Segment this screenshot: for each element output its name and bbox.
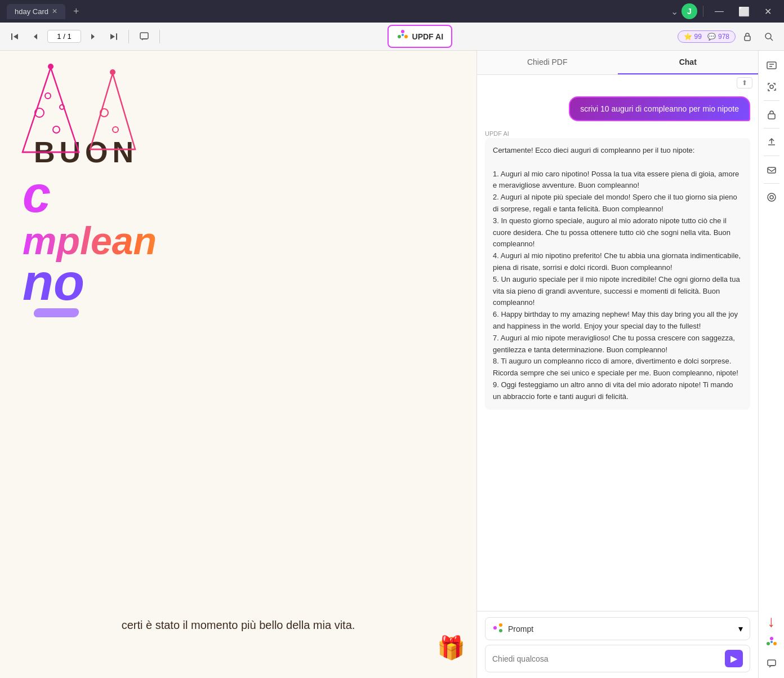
page-display	[47, 30, 81, 43]
titlebar-left: hday Card ✕ +	[7, 4, 79, 19]
svg-rect-7	[745, 36, 750, 41]
svg-point-13	[53, 126, 60, 133]
tab-chiedi-pdf[interactable]: Chiedi PDF	[477, 51, 618, 74]
svg-point-6	[402, 34, 404, 36]
svg-rect-2	[140, 33, 148, 39]
svg-rect-25	[767, 62, 776, 69]
compleanno-wrap: c mplean no	[23, 169, 454, 303]
scroll-controls: ⬆	[477, 75, 758, 91]
svg-point-31	[768, 193, 776, 201]
svg-point-35	[767, 642, 770, 645]
sidebar-chat-icon[interactable]	[761, 653, 782, 673]
sidebar-email-icon[interactable]	[761, 159, 782, 180]
svg-rect-29	[768, 114, 775, 119]
user-message-wrap: scrivi 10 auguri di compleanno per mio n…	[485, 96, 750, 121]
send-button[interactable]: ▶	[725, 650, 743, 667]
sidebar-divider-1	[764, 100, 779, 101]
next-page-btn[interactable]	[84, 30, 101, 43]
svg-point-34	[773, 642, 777, 645]
close-btn[interactable]: ✕	[759, 4, 777, 19]
maximize-btn[interactable]: ⬜	[733, 4, 755, 19]
svg-point-8	[765, 33, 771, 39]
scroll-up-btn[interactable]: ⬆	[737, 77, 752, 88]
svg-rect-0	[11, 33, 12, 40]
svg-line-9	[770, 38, 773, 41]
chat-input[interactable]	[492, 654, 720, 663]
prompt-area: Prompt ▾ ▶	[477, 611, 758, 678]
prompt-select-dropdown[interactable]: Prompt ▾	[485, 617, 750, 640]
comment-btn[interactable]	[135, 29, 154, 44]
sidebar-ai-icon[interactable]	[761, 632, 782, 652]
titlebar-divider	[703, 6, 703, 17]
svg-marker-17	[90, 73, 135, 149]
titlebar: hday Card ✕ + ⌄ J — ⬜ ✕	[0, 0, 784, 23]
lock-btn[interactable]	[738, 29, 757, 44]
prev-page-btn[interactable]	[27, 30, 44, 43]
svg-rect-30	[768, 167, 776, 173]
pdf-viewer: BUON c mplean no certi è stato il moment…	[0, 51, 476, 678]
ribbon-1	[33, 308, 80, 317]
dropdown-arrow-icon: ▾	[738, 623, 743, 634]
last-page-btn[interactable]	[105, 30, 123, 43]
party-hats	[17, 62, 152, 177]
updf-ai-label: UPDF AI	[412, 32, 443, 41]
gift-box: 🎁	[437, 635, 465, 661]
page-input[interactable]	[47, 30, 81, 43]
right-sidebar: ↓	[758, 51, 784, 678]
svg-point-3	[401, 30, 404, 33]
svg-point-24	[499, 629, 502, 632]
chat-input-row: ▶	[485, 645, 750, 672]
c-letter: c	[23, 169, 454, 220]
birthday-card-content: BUON c mplean no certi è stato il moment…	[0, 51, 476, 678]
star-icon: ⭐	[684, 33, 692, 41]
ai-chat-panel: Chiedi PDF Chat ⬆ scrivi 10 auguri di co…	[476, 51, 758, 678]
svg-point-32	[770, 196, 773, 199]
profile-avatar[interactable]: J	[681, 3, 697, 19]
svg-point-18	[110, 69, 115, 75]
tab-add-btn[interactable]: +	[73, 6, 79, 17]
search-btn[interactable]	[759, 29, 778, 44]
msg-count: 978	[718, 33, 729, 41]
prompt-dots-icon	[492, 622, 504, 635]
ai-tabs: Chiedi PDF Chat	[477, 51, 758, 75]
compleanno-text: mplean	[23, 220, 454, 262]
sidebar-save-icon[interactable]	[761, 187, 782, 207]
downloads-icon[interactable]: ⌄	[671, 6, 678, 17]
ribbons	[34, 308, 443, 317]
bottom-text: certi è stato il momento più bello della…	[11, 617, 465, 633]
svg-point-36	[770, 641, 773, 643]
tab-birthday-card[interactable]: hday Card ✕	[7, 4, 65, 19]
sidebar-ocr-icon[interactable]	[761, 55, 782, 76]
chat-messages[interactable]: scrivi 10 auguri di compleanno per mio n…	[477, 91, 758, 611]
stars-badge[interactable]: ⭐ 99 💬 978	[678, 30, 736, 43]
tab-label: hday Card	[15, 7, 48, 16]
svg-marker-10	[23, 68, 79, 152]
ai-response-wrap: UPDF AI Certamente! Ecco dieci auguri di…	[485, 130, 750, 410]
svg-point-33	[770, 637, 773, 640]
star-count: 99	[694, 33, 702, 41]
party-hats-svg	[17, 62, 152, 175]
minimize-btn[interactable]: —	[709, 4, 729, 19]
svg-point-4	[404, 35, 408, 38]
first-page-btn[interactable]	[6, 30, 24, 43]
ai-message: Certamente! Ecco dieci auguri di complea…	[485, 138, 750, 410]
svg-point-22	[493, 626, 497, 630]
no-text: no	[23, 262, 454, 303]
sidebar-share-icon[interactable]	[761, 132, 782, 152]
msg-icon: 💬	[707, 33, 716, 41]
sidebar-lock-icon[interactable]	[761, 104, 782, 125]
ai-label: UPDF AI	[485, 130, 750, 137]
arrow-wrap: ↓	[768, 613, 776, 631]
toolbar-right: ⭐ 99 💬 978	[678, 29, 778, 44]
tab-close-btn[interactable]: ✕	[52, 7, 57, 15]
tab-chat[interactable]: Chat	[618, 51, 759, 74]
prompt-label: Prompt	[508, 624, 533, 633]
svg-rect-37	[768, 660, 776, 666]
svg-point-20	[113, 127, 118, 132]
updf-ai-button[interactable]: UPDF AI	[387, 25, 452, 48]
sidebar-divider-4	[764, 183, 779, 184]
sidebar-scan-icon[interactable]	[761, 77, 782, 97]
svg-point-11	[48, 64, 54, 69]
svg-point-14	[45, 93, 51, 99]
svg-point-5	[398, 35, 401, 38]
